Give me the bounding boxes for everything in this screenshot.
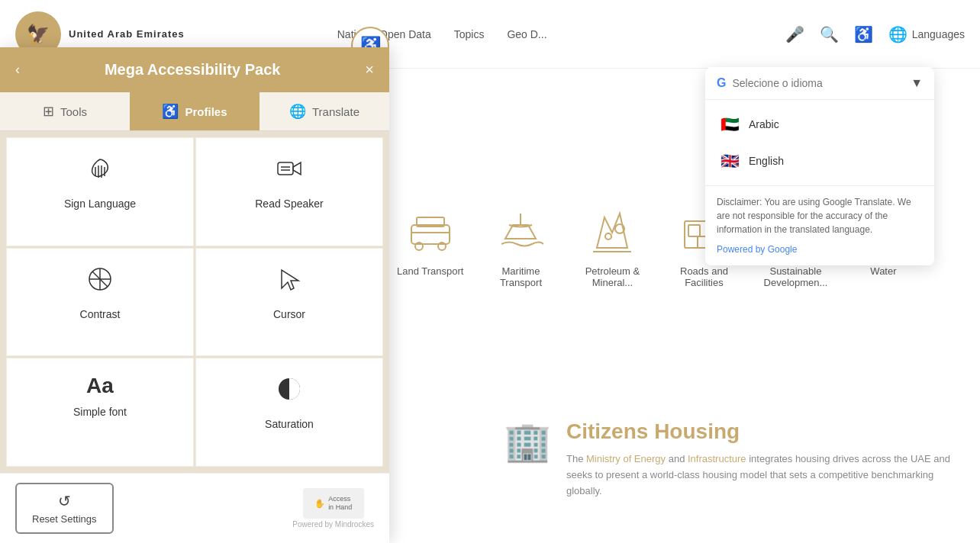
access-hand-badge: ✋ Accessin Hand Powered by Mindrockes bbox=[292, 488, 374, 529]
tab-tools[interactable]: ⊞ Tools bbox=[0, 92, 130, 130]
land-transport-label: Land Transport bbox=[397, 265, 463, 277]
panel-header: ‹ Mega Accessibility Pack × bbox=[0, 47, 389, 92]
languages-button[interactable]: 🌐 Languages bbox=[888, 25, 965, 43]
tool-read-speaker[interactable]: Read Speaker bbox=[195, 137, 383, 246]
svg-rect-0 bbox=[411, 225, 450, 244]
logo-emoji: 🦅 bbox=[27, 24, 50, 45]
languages-label: Languages bbox=[912, 28, 965, 40]
english-label: English bbox=[749, 155, 784, 167]
cursor-label: Cursor bbox=[273, 308, 305, 320]
search-icon[interactable]: 🔍 bbox=[820, 25, 839, 43]
access-hand-icon: ✋ bbox=[314, 499, 325, 509]
petroleum-icon bbox=[585, 206, 639, 259]
housing-section: 🏢 Citizens Housing The Ministry of Energ… bbox=[488, 404, 980, 514]
simple-font-icon: Aa bbox=[86, 374, 114, 398]
tool-saturation[interactable]: Saturation bbox=[195, 358, 383, 467]
roads-facilities-label: Roads and Facilities bbox=[669, 265, 738, 288]
reset-settings-button[interactable]: ↺ Reset Settings bbox=[15, 483, 114, 534]
tool-contrast[interactable]: Contrast bbox=[6, 248, 194, 357]
maritime-transport-icon bbox=[494, 206, 547, 259]
powered-by-mindrockes: Powered by Mindrockes bbox=[292, 520, 374, 529]
nav-geo[interactable]: Geo D... bbox=[507, 28, 546, 40]
panel-close-button[interactable]: × bbox=[365, 61, 374, 79]
tools-grid: Sign Language Read Speaker bbox=[0, 131, 389, 473]
read-speaker-label: Read Speaker bbox=[255, 198, 324, 210]
translate-tab-label: Translate bbox=[312, 105, 359, 118]
access-hand-logo: ✋ Accessin Hand bbox=[303, 488, 364, 519]
housing-icon: 🏢 bbox=[504, 419, 551, 464]
language-select-input[interactable] bbox=[732, 77, 904, 89]
housing-text: The Ministry of Energy and Infrastructur… bbox=[566, 451, 965, 499]
language-option-arabic[interactable]: 🇦🇪 Arabic bbox=[705, 106, 934, 143]
tool-sign-language[interactable]: Sign Language bbox=[6, 137, 194, 246]
svg-rect-19 bbox=[278, 162, 293, 175]
tool-cursor[interactable]: Cursor bbox=[195, 248, 383, 357]
contrast-icon bbox=[85, 264, 115, 300]
tab-translate[interactable]: 🌐 Translate bbox=[260, 92, 389, 130]
category-petroleum[interactable]: Petroleum & Mineral... bbox=[578, 206, 646, 288]
tab-profiles[interactable]: ♿ Profiles bbox=[130, 92, 260, 130]
accessibility-panel: ‹ Mega Accessibility Pack × ⊞ Tools ♿ Pr… bbox=[0, 47, 389, 543]
saturation-label: Saturation bbox=[265, 418, 314, 430]
logo-text: United Arab Emirates bbox=[69, 28, 185, 40]
petroleum-label: Petroleum & Mineral... bbox=[578, 265, 646, 288]
lang-chevron-icon[interactable]: ▼ bbox=[911, 76, 923, 90]
category-land-transport[interactable]: Land Transport bbox=[397, 206, 463, 288]
arabic-flag-icon: 🇦🇪 bbox=[720, 115, 740, 133]
reset-icon: ↺ bbox=[58, 492, 71, 510]
contrast-label: Contrast bbox=[80, 308, 121, 320]
language-options: 🇦🇪 Arabic 🇬🇧 English bbox=[705, 100, 934, 185]
maritime-transport-label: Maritime Transport bbox=[486, 265, 555, 288]
google-g-icon: G bbox=[717, 76, 726, 90]
sign-language-icon bbox=[85, 153, 115, 190]
svg-point-6 bbox=[605, 233, 611, 239]
powered-by-google: Powered by Google bbox=[717, 243, 923, 256]
saturation-icon bbox=[274, 374, 305, 410]
housing-title: Citizens Housing bbox=[566, 419, 965, 444]
profiles-tab-label: Profiles bbox=[185, 105, 227, 118]
access-hand-text: Accessin Hand bbox=[328, 495, 352, 512]
reset-label: Reset Settings bbox=[32, 513, 97, 525]
mic-icon[interactable]: 🎤 bbox=[785, 25, 804, 43]
sign-language-label: Sign Language bbox=[64, 198, 136, 210]
panel-footer: ↺ Reset Settings ✋ Accessin Hand Powered… bbox=[0, 473, 389, 543]
panel-tabs: ⊞ Tools ♿ Profiles 🌐 Translate bbox=[0, 92, 389, 131]
panel-title: Mega Accessibility Pack bbox=[105, 61, 281, 79]
simple-font-label: Simple font bbox=[73, 406, 127, 418]
nav-topics[interactable]: Topics bbox=[454, 28, 485, 40]
english-flag-icon: 🇬🇧 bbox=[720, 152, 740, 170]
svg-rect-9 bbox=[688, 225, 700, 236]
lang-select-row: G ▼ bbox=[705, 67, 934, 100]
read-speaker-icon bbox=[274, 153, 305, 190]
sustainable-label: Sustainable Developmen... bbox=[761, 265, 830, 288]
tool-simple-font[interactable]: Aa Simple font bbox=[6, 358, 194, 467]
housing-content: Citizens Housing The Ministry of Energy … bbox=[566, 419, 965, 499]
lang-disclaimer: Disclaimer: You are using Google Transla… bbox=[705, 185, 934, 265]
arabic-label: Arabic bbox=[749, 118, 779, 130]
accessibility-icon[interactable]: ♿ bbox=[854, 25, 873, 43]
globe-icon: 🌐 bbox=[888, 25, 907, 43]
translate-tab-icon: 🌐 bbox=[289, 103, 306, 120]
land-transport-icon bbox=[404, 206, 457, 259]
infrastructure-link[interactable]: Infrastructure bbox=[688, 453, 746, 464]
language-popup: G ▼ 🇦🇪 Arabic 🇬🇧 English Disclaimer: You… bbox=[705, 67, 934, 265]
ministry-link[interactable]: Ministry of Energy bbox=[586, 453, 666, 464]
nav-right: 🎤 🔍 ♿ 🌐 Languages bbox=[785, 25, 965, 43]
disclaimer-text: Disclaimer: You are using Google Transla… bbox=[717, 197, 911, 235]
panel-prev-arrow[interactable]: ‹ bbox=[15, 62, 20, 78]
water-label: Water bbox=[870, 265, 896, 277]
profiles-tab-icon: ♿ bbox=[162, 103, 179, 120]
language-option-english[interactable]: 🇬🇧 English bbox=[705, 143, 934, 179]
cursor-icon bbox=[274, 264, 305, 300]
tools-tab-label: Tools bbox=[60, 105, 87, 118]
tools-tab-icon: ⊞ bbox=[43, 103, 54, 120]
category-maritime-transport[interactable]: Maritime Transport bbox=[486, 206, 555, 288]
